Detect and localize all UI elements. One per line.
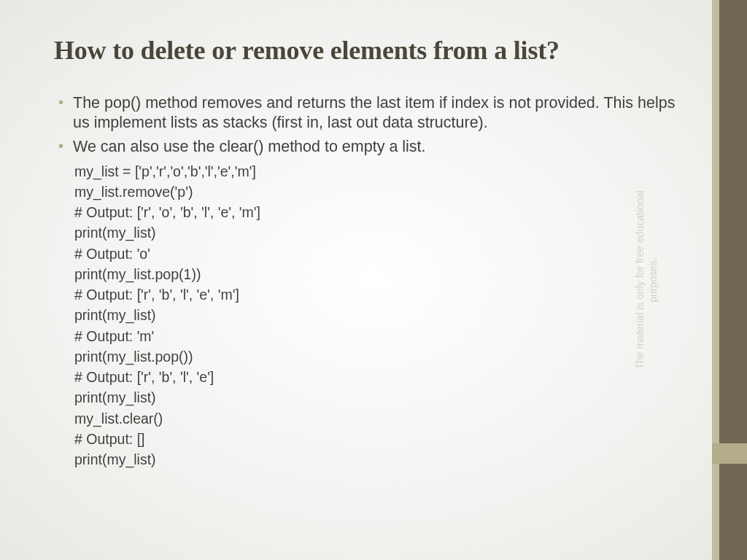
code-line: my_list.remove('p') — [74, 182, 689, 202]
slide-title: How to delete or remove elements from a … — [54, 35, 689, 67]
code-block: my_list = ['p','r','o','b','l','e','m'] … — [74, 161, 689, 470]
slide: How to delete or remove elements from a … — [0, 0, 747, 560]
code-line: # Output: [] — [74, 429, 689, 449]
content-area: How to delete or remove elements from a … — [54, 35, 689, 531]
code-line: print(my_list) — [74, 449, 689, 470]
bullet-item: We can also use the clear() method to em… — [54, 137, 689, 157]
code-line: print(my_list.pop()) — [74, 346, 689, 367]
code-line: # Output: 'm' — [74, 326, 689, 346]
code-line: print(my_list.pop(1)) — [74, 264, 689, 284]
code-line: # Output: ['r', 'b', 'l', 'e', 'm'] — [74, 284, 689, 305]
code-line: my_list.clear() — [74, 408, 689, 429]
code-line: # Output: ['r', 'o', 'b', 'l', 'e', 'm'] — [74, 202, 689, 222]
code-line: print(my_list) — [74, 305, 689, 325]
sidebar-note: The material is only for free educationa… — [633, 185, 659, 375]
code-line: print(my_list) — [74, 387, 689, 408]
code-line: print(my_list) — [74, 222, 689, 243]
bullet-item: The pop() method removes and returns the… — [54, 93, 689, 133]
code-line: my_list = ['p','r','o','b','l','e','m'] — [74, 161, 689, 182]
code-line: # Output: 'o' — [74, 244, 689, 264]
sidebar-accent-block — [712, 443, 747, 464]
sidebar-stripe-dark — [719, 0, 747, 560]
sidebar-stripe-light — [712, 0, 719, 560]
bullet-list: The pop() method removes and returns the… — [54, 93, 689, 157]
code-line: # Output: ['r', 'b', 'l', 'e'] — [74, 367, 689, 387]
